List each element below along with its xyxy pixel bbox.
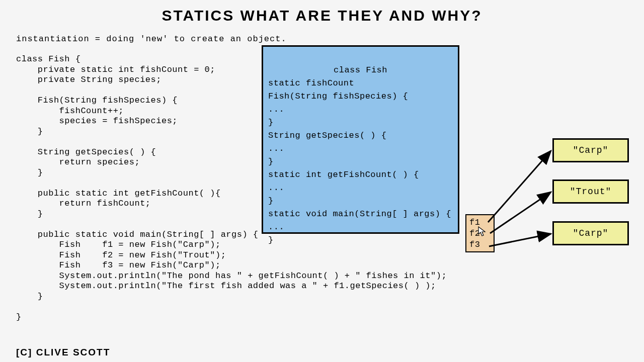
- ref-f3: f3: [469, 239, 491, 250]
- subtitle-text: instantiation = doing 'new' to create an…: [16, 34, 287, 44]
- svg-line-2: [489, 234, 551, 246]
- ref-f1: f1: [469, 217, 491, 228]
- copyright-footer: [C] CLIVE SCOTT: [16, 347, 110, 358]
- class-box-body: static fishCount Fish(String fishSpecies…: [268, 78, 451, 245]
- ref-f2: f2: [469, 228, 491, 239]
- instance-box-3: "Carp": [552, 221, 629, 245]
- svg-line-1: [490, 192, 551, 233]
- reference-box: f1 f2 f3: [465, 214, 495, 252]
- svg-line-0: [488, 151, 551, 222]
- page-title: STATICS WHAT ARE THEY AND WHY?: [0, 0, 644, 24]
- class-box: class Fishstatic fishCount Fish(String f…: [262, 45, 459, 234]
- class-box-header: class Fish: [268, 64, 453, 77]
- instance-box-1: "Carp": [552, 138, 629, 162]
- instance-box-2: "Trout": [552, 179, 629, 204]
